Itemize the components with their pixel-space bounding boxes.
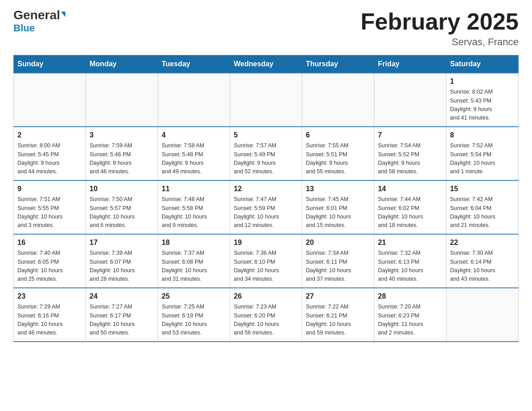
day-number: 7 [378,130,442,141]
calendar-cell: 26Sunrise: 7:23 AMSunset: 6:20 PMDayligh… [230,288,302,342]
calendar-cell: 18Sunrise: 7:37 AMSunset: 6:08 PMDayligh… [158,234,230,288]
calendar-title: February 2025 [360,9,519,34]
calendar-cell: 25Sunrise: 7:25 AMSunset: 6:19 PMDayligh… [158,288,230,342]
day-info: Sunrise: 7:37 AMSunset: 6:08 PMDaylight:… [162,249,226,284]
logo: General Blue [13,9,65,34]
day-info: Sunrise: 7:50 AMSunset: 5:57 PMDaylight:… [90,195,154,230]
calendar-cell: 7Sunrise: 7:54 AMSunset: 5:52 PMDaylight… [374,127,446,180]
day-number: 27 [306,291,370,302]
day-number: 28 [378,291,442,302]
calendar-cell: 2Sunrise: 8:00 AMSunset: 5:45 PMDaylight… [14,127,86,180]
day-number: 9 [17,184,82,194]
calendar-cell [302,73,374,127]
calendar-cell: 20Sunrise: 7:34 AMSunset: 6:11 PMDayligh… [302,234,374,288]
calendar-header-row: Sunday Monday Tuesday Wednesday Thursday… [14,56,519,73]
day-number: 14 [378,184,442,194]
day-number: 19 [234,237,298,248]
week-row-2: 9Sunrise: 7:51 AMSunset: 5:55 PMDaylight… [14,180,519,234]
calendar-cell: 9Sunrise: 7:51 AMSunset: 5:55 PMDaylight… [14,180,86,234]
header-sunday: Sunday [14,56,86,73]
day-number: 3 [90,130,154,141]
calendar-cell [14,73,86,127]
week-row-1: 2Sunrise: 8:00 AMSunset: 5:45 PMDaylight… [14,127,519,180]
calendar-cell: 10Sunrise: 7:50 AMSunset: 5:57 PMDayligh… [86,180,158,234]
day-info: Sunrise: 7:36 AMSunset: 6:10 PMDaylight:… [234,249,298,284]
day-info: Sunrise: 7:29 AMSunset: 6:16 PMDaylight:… [17,303,82,338]
day-info: Sunrise: 7:45 AMSunset: 6:01 PMDaylight:… [306,195,370,230]
calendar-cell [86,73,158,127]
day-info: Sunrise: 7:55 AMSunset: 5:51 PMDaylight:… [306,141,370,176]
calendar-cell: 27Sunrise: 7:22 AMSunset: 6:21 PMDayligh… [302,288,374,342]
calendar-cell: 8Sunrise: 7:52 AMSunset: 5:54 PMDaylight… [446,127,519,180]
day-info: Sunrise: 7:20 AMSunset: 6:23 PMDaylight:… [378,303,442,338]
day-info: Sunrise: 7:34 AMSunset: 6:11 PMDaylight:… [306,249,370,284]
header-wednesday: Wednesday [230,56,302,73]
calendar-cell: 1Sunrise: 8:02 AMSunset: 5:43 PMDaylight… [446,73,519,127]
calendar-cell [158,73,230,127]
day-info: Sunrise: 8:00 AMSunset: 5:45 PMDaylight:… [17,141,82,176]
calendar-cell: 6Sunrise: 7:55 AMSunset: 5:51 PMDaylight… [302,127,374,180]
day-info: Sunrise: 7:47 AMSunset: 5:59 PMDaylight:… [234,195,298,230]
week-row-4: 23Sunrise: 7:29 AMSunset: 6:16 PMDayligh… [14,288,519,342]
header-friday: Friday [374,56,446,73]
day-info: Sunrise: 7:58 AMSunset: 5:48 PMDaylight:… [162,141,226,176]
day-info: Sunrise: 8:02 AMSunset: 5:43 PMDaylight:… [450,88,515,123]
calendar-table: Sunday Monday Tuesday Wednesday Thursday… [13,55,519,342]
day-number: 26 [234,291,298,302]
calendar-cell: 22Sunrise: 7:30 AMSunset: 6:14 PMDayligh… [446,234,519,288]
calendar-cell: 24Sunrise: 7:27 AMSunset: 6:17 PMDayligh… [86,288,158,342]
day-info: Sunrise: 7:57 AMSunset: 5:49 PMDaylight:… [234,141,298,176]
day-number: 24 [90,291,154,302]
title-section: February 2025 Servas, France [360,9,519,48]
logo-general: General [13,8,60,22]
day-info: Sunrise: 7:52 AMSunset: 5:54 PMDaylight:… [450,141,515,176]
calendar-cell: 17Sunrise: 7:39 AMSunset: 6:07 PMDayligh… [86,234,158,288]
calendar-cell: 3Sunrise: 7:59 AMSunset: 5:46 PMDaylight… [86,127,158,180]
calendar-cell [374,73,446,127]
day-info: Sunrise: 7:22 AMSunset: 6:21 PMDaylight:… [306,303,370,338]
day-number: 8 [450,130,515,141]
day-info: Sunrise: 7:39 AMSunset: 6:07 PMDaylight:… [90,249,154,284]
logo-blue: Blue [13,22,35,34]
day-info: Sunrise: 7:44 AMSunset: 6:02 PMDaylight:… [378,195,442,230]
day-number: 2 [17,130,82,141]
calendar-cell: 5Sunrise: 7:57 AMSunset: 5:49 PMDaylight… [230,127,302,180]
day-number: 1 [450,76,515,87]
day-number: 17 [90,237,154,248]
day-info: Sunrise: 7:48 AMSunset: 5:58 PMDaylight:… [162,195,226,230]
day-info: Sunrise: 7:42 AMSunset: 6:04 PMDaylight:… [450,195,515,230]
calendar-cell: 16Sunrise: 7:40 AMSunset: 6:05 PMDayligh… [14,234,86,288]
calendar-cell [230,73,302,127]
day-number: 12 [234,184,298,194]
calendar-cell: 11Sunrise: 7:48 AMSunset: 5:58 PMDayligh… [158,180,230,234]
calendar-cell: 12Sunrise: 7:47 AMSunset: 5:59 PMDayligh… [230,180,302,234]
day-number: 23 [17,291,82,302]
calendar-cell: 21Sunrise: 7:32 AMSunset: 6:13 PMDayligh… [374,234,446,288]
week-row-3: 16Sunrise: 7:40 AMSunset: 6:05 PMDayligh… [14,234,519,288]
day-number: 15 [450,184,515,194]
calendar-cell: 13Sunrise: 7:45 AMSunset: 6:01 PMDayligh… [302,180,374,234]
day-number: 21 [378,237,442,248]
day-info: Sunrise: 7:32 AMSunset: 6:13 PMDaylight:… [378,249,442,284]
page-header: General Blue February 2025 Servas, Franc… [13,9,519,48]
header-tuesday: Tuesday [158,56,230,73]
header-monday: Monday [86,56,158,73]
day-info: Sunrise: 7:40 AMSunset: 6:05 PMDaylight:… [17,249,82,284]
header-saturday: Saturday [446,56,519,73]
day-info: Sunrise: 7:54 AMSunset: 5:52 PMDaylight:… [378,141,442,176]
calendar-subtitle: Servas, France [360,36,519,48]
calendar-cell: 19Sunrise: 7:36 AMSunset: 6:10 PMDayligh… [230,234,302,288]
calendar-cell: 4Sunrise: 7:58 AMSunset: 5:48 PMDaylight… [158,127,230,180]
calendar-cell: 28Sunrise: 7:20 AMSunset: 6:23 PMDayligh… [374,288,446,342]
day-number: 13 [306,184,370,194]
day-number: 11 [162,184,226,194]
day-number: 10 [90,184,154,194]
day-info: Sunrise: 7:27 AMSunset: 6:17 PMDaylight:… [90,303,154,338]
header-thursday: Thursday [302,56,374,73]
logo-triangle-icon [61,12,65,17]
day-info: Sunrise: 7:59 AMSunset: 5:46 PMDaylight:… [90,141,154,176]
day-number: 22 [450,237,515,248]
day-number: 6 [306,130,370,141]
calendar-cell: 14Sunrise: 7:44 AMSunset: 6:02 PMDayligh… [374,180,446,234]
day-number: 18 [162,237,226,248]
